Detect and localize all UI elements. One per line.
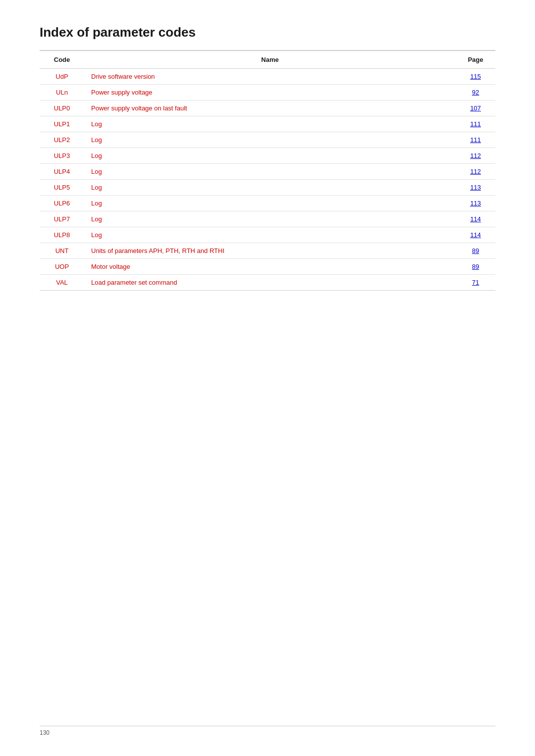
table-cell-page[interactable]: 113: [456, 180, 495, 196]
table-row: ULnPower supply voltage92: [40, 85, 495, 101]
table-row: VALLoad parameter set command71: [40, 275, 495, 291]
table-cell-name: Log: [84, 148, 456, 164]
page-link[interactable]: 89: [472, 263, 479, 270]
table-cell-page[interactable]: 114: [456, 211, 495, 227]
column-header-name: Name: [84, 51, 456, 69]
table-row: ULP0Power supply voltage on last fault10…: [40, 101, 495, 116]
page-link[interactable]: 112: [470, 152, 481, 159]
table-cell-page[interactable]: 112: [456, 148, 495, 164]
page-link[interactable]: 92: [472, 89, 479, 96]
table-row: ULP1Log111: [40, 116, 495, 132]
table-cell-name: Log: [84, 211, 456, 227]
table-cell-name: Power supply voltage on last fault: [84, 101, 456, 116]
table-row: ULP5Log113: [40, 180, 495, 196]
column-header-page: Page: [456, 51, 495, 69]
page-link[interactable]: 71: [472, 279, 479, 286]
table-cell-code: ULP7: [40, 211, 84, 227]
table-header-row: Code Name Page: [40, 51, 495, 69]
table-cell-page[interactable]: 89: [456, 259, 495, 275]
table-cell-code: ULP8: [40, 227, 84, 243]
table-cell-name: Log: [84, 180, 456, 196]
table-cell-page[interactable]: 113: [456, 196, 495, 211]
table-cell-page[interactable]: 115: [456, 69, 495, 85]
page-footer: 130: [40, 729, 50, 736]
table-cell-code: UOP: [40, 259, 84, 275]
table-row: UOPMotor voltage89: [40, 259, 495, 275]
table-cell-code: ULP1: [40, 116, 84, 132]
table-cell-name: Log: [84, 164, 456, 180]
table-cell-code: ULP6: [40, 196, 84, 211]
table-cell-code: UdP: [40, 69, 84, 85]
page-link[interactable]: 113: [470, 200, 481, 207]
page-container: Index of parameter codes Code Name Page …: [0, 0, 535, 756]
table-cell-code: ULP3: [40, 148, 84, 164]
table-cell-name: Motor voltage: [84, 259, 456, 275]
page-title: Index of parameter codes: [40, 25, 495, 40]
page-link[interactable]: 112: [470, 168, 481, 175]
page-link[interactable]: 113: [470, 184, 481, 191]
table-cell-name: Power supply voltage: [84, 85, 456, 101]
table-cell-code: ULn: [40, 85, 84, 101]
table-row: ULP4Log112: [40, 164, 495, 180]
footer-page-number: 130: [40, 729, 50, 736]
table-cell-page[interactable]: 111: [456, 116, 495, 132]
table-cell-page[interactable]: 92: [456, 85, 495, 101]
table-cell-name: Log: [84, 196, 456, 211]
page-link[interactable]: 114: [470, 231, 481, 239]
table-cell-page[interactable]: 89: [456, 243, 495, 259]
table-cell-name: Log: [84, 116, 456, 132]
page-link[interactable]: 114: [470, 215, 481, 223]
page-link[interactable]: 89: [472, 247, 479, 254]
table-row: ULP7Log114: [40, 211, 495, 227]
table-cell-code: UNT: [40, 243, 84, 259]
table-cell-page[interactable]: 107: [456, 101, 495, 116]
table-cell-name: Log: [84, 227, 456, 243]
column-header-code: Code: [40, 51, 84, 69]
table-cell-page[interactable]: 114: [456, 227, 495, 243]
table-cell-name: Load parameter set command: [84, 275, 456, 291]
table-row: UdPDrive software version115: [40, 69, 495, 85]
page-link[interactable]: 115: [470, 73, 481, 80]
table-cell-code: ULP2: [40, 132, 84, 148]
table-cell-code: ULP0: [40, 101, 84, 116]
table-cell-name: Log: [84, 132, 456, 148]
page-link[interactable]: 111: [470, 120, 481, 128]
page-link[interactable]: 107: [470, 104, 481, 112]
table-cell-page[interactable]: 112: [456, 164, 495, 180]
table-cell-name: Drive software version: [84, 69, 456, 85]
page-link[interactable]: 111: [470, 136, 481, 144]
table-cell-code: ULP4: [40, 164, 84, 180]
table-cell-name: Units of parameters APH, PTH, RTH and RT…: [84, 243, 456, 259]
table-cell-page[interactable]: 71: [456, 275, 495, 291]
parameter-table: Code Name Page UdPDrive software version…: [40, 50, 495, 291]
table-row: UNTUnits of parameters APH, PTH, RTH and…: [40, 243, 495, 259]
table-cell-code: ULP5: [40, 180, 84, 196]
table-row: ULP3Log112: [40, 148, 495, 164]
table-cell-page[interactable]: 111: [456, 132, 495, 148]
bottom-divider: [40, 726, 495, 726]
table-row: ULP2Log111: [40, 132, 495, 148]
table-row: ULP6Log113: [40, 196, 495, 211]
table-row: ULP8Log114: [40, 227, 495, 243]
table-cell-code: VAL: [40, 275, 84, 291]
